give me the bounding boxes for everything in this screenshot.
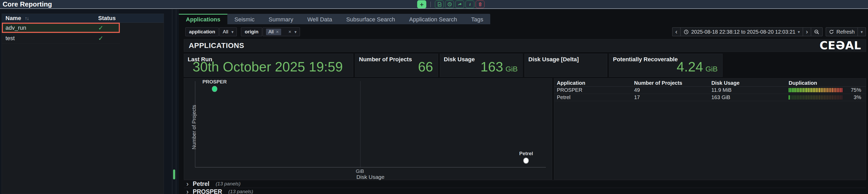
report-list-rows: adv_run✓test✓ xyxy=(2,23,164,43)
share-button[interactable] xyxy=(455,1,464,8)
schedule-button[interactable] xyxy=(445,1,454,8)
tab-subsurface-search[interactable]: Subsurface Search xyxy=(339,14,402,24)
gauge-segment xyxy=(817,88,818,92)
cell-disk-usage: 11.9 MiB xyxy=(711,87,788,93)
zoom-out-time-button[interactable] xyxy=(811,27,823,36)
report-row-test[interactable]: test✓ xyxy=(2,33,120,43)
gauge-segment xyxy=(838,88,839,92)
report-icon xyxy=(437,2,442,7)
app-header: Core Reporting + i xyxy=(0,0,868,9)
applications-title-panel: APPLICATIONS CEƏAL xyxy=(184,39,866,52)
stat-value: 163GiB xyxy=(443,59,518,74)
stat-panel-3: Disk Usage [Delta] xyxy=(524,54,607,77)
table-column-header: Disk Usage xyxy=(711,80,788,86)
gauge-segment xyxy=(829,88,830,92)
gauge-segment xyxy=(793,95,795,100)
gauge-segment xyxy=(813,95,814,100)
status-check-icon: ✓ xyxy=(98,24,116,32)
info-icon: i xyxy=(468,2,472,7)
filter-application-select[interactable]: All ▾ xyxy=(219,27,237,36)
gauge-segment xyxy=(809,88,811,92)
gauge-segment xyxy=(798,88,799,92)
stat-number: 163 xyxy=(480,59,503,74)
cegal-logo: CEƏAL xyxy=(820,39,861,52)
gauge-segment xyxy=(788,88,790,92)
add-button[interactable]: + xyxy=(417,0,426,8)
gauge-segment xyxy=(792,95,793,100)
chevron-right-icon: › xyxy=(186,180,188,188)
core-reporting-screen: Core Reporting + i Name ↑↓ Status adv_ru… xyxy=(0,0,868,194)
delete-icon xyxy=(478,2,483,7)
filter-origin-select[interactable]: All × × ▾ xyxy=(262,27,300,36)
time-range-forward-button[interactable]: › xyxy=(803,27,811,36)
scatter-point-label: Petrel xyxy=(519,151,533,157)
gauge-segment xyxy=(793,88,795,92)
clear-all-icon[interactable]: × xyxy=(288,29,291,35)
tab-seismic[interactable]: Seismic xyxy=(227,14,261,24)
sort-icon[interactable]: ↑↓ xyxy=(25,15,29,21)
x-axis-tick: GiB xyxy=(356,168,364,174)
stat-panel-1: Number of Projects66 xyxy=(355,54,438,77)
chevron-down-icon: ▾ xyxy=(294,29,297,34)
column-header-name[interactable]: Name ↑↓ xyxy=(5,15,98,22)
gauge-segment xyxy=(798,95,799,100)
gauge-segment xyxy=(822,95,824,100)
gauge-segment xyxy=(811,95,812,100)
filter-origin-tag[interactable]: All × xyxy=(266,29,281,35)
stat-unit: GiB xyxy=(505,65,518,73)
tab-application-search[interactable]: Application Search xyxy=(402,14,464,24)
refresh-interval-button[interactable]: ▾ xyxy=(858,27,866,36)
time-range-back-button[interactable]: ‹ xyxy=(672,27,681,36)
refresh-button[interactable]: Refresh xyxy=(826,27,858,36)
report-button[interactable] xyxy=(435,1,444,8)
column-header-status[interactable]: Status xyxy=(98,15,116,22)
gauge-segment xyxy=(832,88,833,92)
gauge-segment xyxy=(821,95,822,100)
duplication-percent: 3% xyxy=(845,94,861,100)
pane-splitter-handle[interactable] xyxy=(173,169,175,180)
tab-applications[interactable]: Applications xyxy=(179,14,227,24)
gauge-segment xyxy=(840,95,841,100)
report-list-panel: Name ↑↓ Status adv_run✓test✓ xyxy=(2,13,164,194)
time-controls: ‹ 2025-08-18 22:38:12 to 2025-08-20 12:0… xyxy=(672,27,866,36)
svg-text:i: i xyxy=(469,2,471,6)
collapsed-row-panel-count: (13 panels) xyxy=(228,189,253,194)
tab-tags[interactable]: Tags xyxy=(464,14,490,24)
gauge-segment xyxy=(805,88,806,92)
scatter-point-prosper[interactable] xyxy=(212,86,217,92)
time-range-picker-button[interactable]: 2025-08-18 22:38:12 to 2025-08-20 12:03:… xyxy=(680,27,803,36)
table-column-header: Number of Projects xyxy=(634,80,711,86)
header-toolbar: + i xyxy=(417,0,485,8)
share-icon xyxy=(457,2,462,7)
scatter-point-petrel[interactable] xyxy=(523,158,529,163)
gauge-segment xyxy=(814,95,815,100)
delete-button[interactable] xyxy=(476,1,485,8)
gauge-segment xyxy=(801,88,803,92)
report-row-adv_run[interactable]: adv_run✓ xyxy=(2,23,120,33)
info-button[interactable]: i xyxy=(465,1,474,8)
applications-table-header: ApplicationNumber of ProjectsDisk UsageD… xyxy=(554,79,866,87)
remove-tag-icon[interactable]: × xyxy=(276,29,279,35)
gauge-segment xyxy=(797,88,798,92)
gauge-segment xyxy=(800,95,801,100)
collapsed-row-panel-count: (13 panels) xyxy=(216,181,241,187)
time-range-group: ‹ 2025-08-18 22:38:12 to 2025-08-20 12:0… xyxy=(672,27,823,36)
gauge-segment xyxy=(790,95,791,100)
gauge-segment xyxy=(829,95,830,100)
collapsed-row-petrel[interactable]: ›Petrel(13 panels) xyxy=(184,180,866,188)
tab-well-data[interactable]: Well Data xyxy=(300,14,339,24)
stat-value: 66 xyxy=(359,59,433,74)
gauge-segment xyxy=(841,95,842,100)
stat-value: 4.24GiB xyxy=(613,59,718,74)
gauge-segment xyxy=(834,95,835,100)
gauge-segment xyxy=(806,95,807,100)
gauge-segment xyxy=(827,95,828,100)
gauge-segment xyxy=(834,88,835,92)
gauge-segment xyxy=(830,88,831,92)
gauge-segment xyxy=(835,88,836,92)
tab-summary[interactable]: Summary xyxy=(261,14,300,24)
gauge-segment xyxy=(814,88,815,92)
collapsed-row-prosper[interactable]: ›PROSPER(13 panels) xyxy=(184,188,866,194)
zoom-out-icon xyxy=(814,29,819,35)
gauge-segment xyxy=(813,88,814,92)
